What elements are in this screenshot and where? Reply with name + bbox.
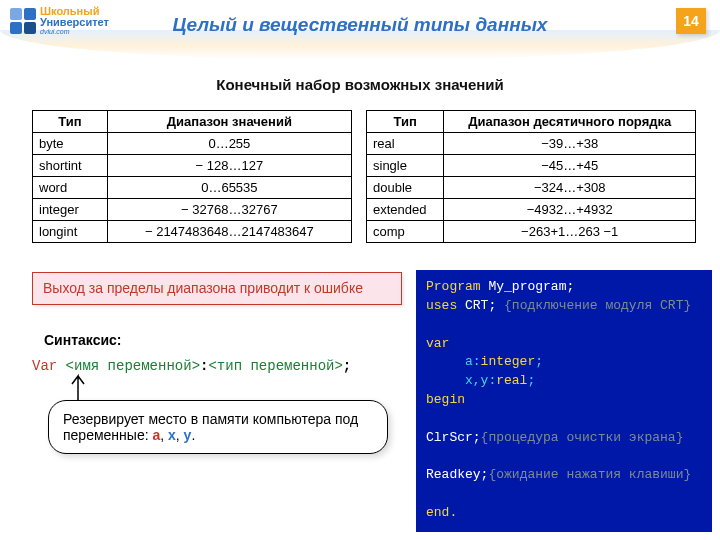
table-row: shortint− 128…127 <box>33 155 352 177</box>
table-row: byte0…255 <box>33 133 352 155</box>
syntax-label: Синтаксис: <box>44 332 121 348</box>
table-row: integer− 32768…32767 <box>33 199 352 221</box>
syntax-semi: ; <box>343 358 351 374</box>
callout-var-x: х <box>168 427 176 443</box>
page-title: Целый и вещественный типы данных <box>0 14 720 36</box>
table-row: word0…65535 <box>33 177 352 199</box>
th-type: Тип <box>33 111 108 133</box>
table-row: extended−4932…+4932 <box>367 199 696 221</box>
table-row: comp−263+1…263 −1 <box>367 221 696 243</box>
th-type: Тип <box>367 111 444 133</box>
syntax-type-ph: <тип переменной> <box>208 358 342 374</box>
subtitle: Конечный набор возможных значений <box>0 76 720 93</box>
th-range: Диапазон значений <box>107 111 351 133</box>
tables-row: Тип Диапазон значений byte0…255 shortint… <box>32 110 700 243</box>
table-row: longint− 2147483648…2147483647 <box>33 221 352 243</box>
table-row: double−324…+308 <box>367 177 696 199</box>
real-types-table: Тип Диапазон десятичного порядка real−39… <box>366 110 696 243</box>
callout-text: Резервирует место в памяти компьютера по… <box>63 411 358 443</box>
syntax-var-kw: Var <box>32 358 66 374</box>
table-row: real−39…+38 <box>367 133 696 155</box>
integer-types-table: Тип Диапазон значений byte0…255 shortint… <box>32 110 352 243</box>
th-range: Диапазон десятичного порядка <box>444 111 696 133</box>
code-panel: Program My_program; uses CRT; {подключен… <box>416 270 712 532</box>
callout-box: Резервирует место в памяти компьютера по… <box>48 400 388 454</box>
table-row: single−45…+45 <box>367 155 696 177</box>
page-number-badge: 14 <box>676 8 706 34</box>
warning-box: Выход за пределы диапазона приводит к ош… <box>32 272 402 305</box>
